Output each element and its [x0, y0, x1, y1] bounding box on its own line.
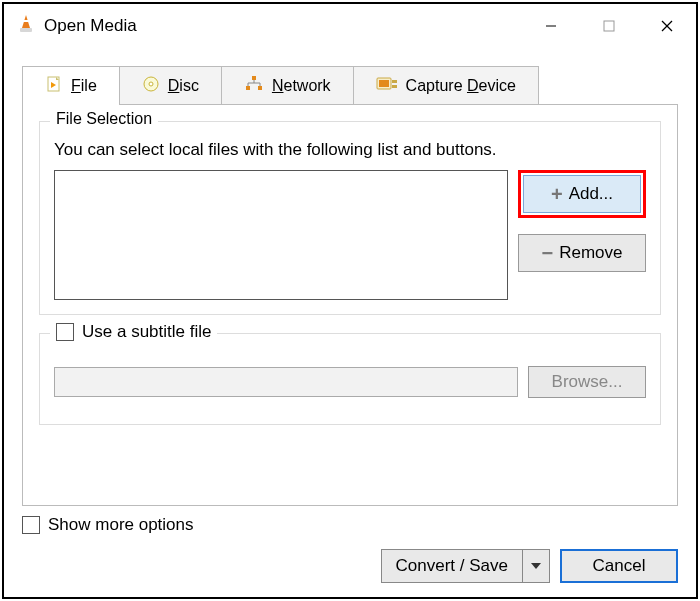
minus-icon: − — [542, 243, 554, 263]
subtitle-checkbox[interactable] — [56, 323, 74, 341]
remove-button[interactable]: − Remove — [518, 234, 646, 272]
instruction-text: You can select local files with the foll… — [54, 140, 646, 160]
highlight-annotation: + Add... — [518, 170, 646, 218]
file-selection-fieldset: File Selection You can select local file… — [39, 121, 661, 315]
svg-rect-1 — [20, 28, 32, 32]
button-label: Cancel — [593, 556, 646, 576]
svg-marker-23 — [531, 563, 541, 569]
tab-file[interactable]: File — [22, 66, 120, 105]
cancel-button[interactable]: Cancel — [560, 549, 678, 583]
subtitle-fieldset: Use a subtitle file Browse... — [39, 333, 661, 425]
tab-label: Disc — [168, 77, 199, 95]
maximize-button[interactable] — [580, 4, 638, 48]
file-list-box[interactable] — [54, 170, 508, 300]
tab-capture-device[interactable]: Capture Device — [353, 66, 539, 105]
tab-label: Network — [272, 77, 331, 95]
show-more-checkbox[interactable] — [22, 516, 40, 534]
dialog-button-bar: Convert / Save Cancel — [381, 549, 678, 583]
convert-save-button[interactable]: Convert / Save — [381, 549, 550, 583]
button-label: Remove — [559, 243, 622, 263]
svg-rect-4 — [604, 21, 614, 31]
tab-network[interactable]: Network — [221, 66, 354, 105]
minimize-button[interactable] — [522, 4, 580, 48]
network-tab-icon — [244, 75, 264, 97]
tab-label: Capture Device — [406, 77, 516, 95]
dropdown-arrow-icon[interactable] — [523, 550, 549, 582]
svg-point-11 — [149, 82, 153, 86]
button-label: Browse... — [552, 372, 623, 392]
capture-tab-icon — [376, 75, 398, 97]
subtitle-path-input — [54, 367, 518, 397]
close-button[interactable] — [638, 4, 696, 48]
svg-rect-21 — [392, 80, 397, 83]
tab-disc[interactable]: Disc — [119, 66, 222, 105]
svg-rect-20 — [379, 80, 389, 87]
title-bar: Open Media — [4, 4, 696, 48]
svg-rect-13 — [246, 86, 250, 90]
file-tab-icon — [45, 75, 63, 97]
browse-button: Browse... — [528, 366, 646, 398]
add-button[interactable]: + Add... — [523, 175, 641, 213]
window-title: Open Media — [44, 16, 137, 36]
svg-rect-14 — [258, 86, 262, 90]
dialog-window: Open Media — [2, 2, 698, 599]
checkbox-label: Show more options — [48, 515, 194, 535]
subtitle-checkbox-row[interactable]: Use a subtitle file — [50, 322, 217, 342]
button-label: Add... — [569, 184, 613, 204]
plus-icon: + — [551, 184, 563, 204]
show-more-options-row[interactable]: Show more options — [22, 515, 194, 535]
button-label: Convert / Save — [382, 550, 523, 582]
app-icon — [16, 14, 36, 38]
svg-rect-2 — [24, 20, 29, 22]
tab-panel-file: File Selection You can select local file… — [22, 104, 678, 506]
tab-strip: File Disc — [22, 66, 678, 105]
checkbox-label: Use a subtitle file — [82, 322, 211, 342]
disc-tab-icon — [142, 75, 160, 97]
fieldset-legend: File Selection — [50, 110, 158, 128]
svg-rect-22 — [392, 85, 397, 88]
tab-label: File — [71, 77, 97, 95]
svg-rect-12 — [252, 76, 256, 80]
